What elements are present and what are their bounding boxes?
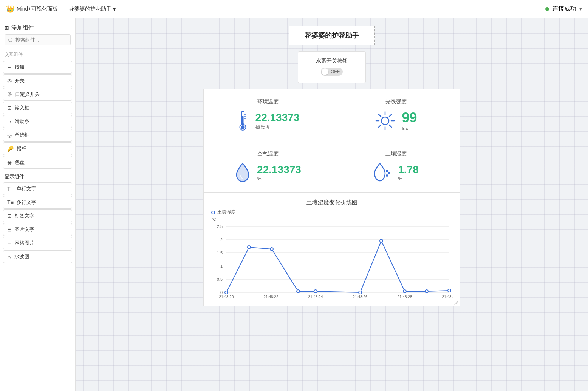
svg-rect-1 <box>242 116 243 124</box>
sidebar-item-label: 图片文字 <box>15 226 34 233</box>
env-temp-unit: 摄氏度 <box>255 124 300 131</box>
device-selector[interactable]: 花婆婆的护花助手 ▾ <box>69 6 116 12</box>
sidebar-item-label: 按钮 <box>15 64 25 71</box>
chart-legend: 土壤湿度 <box>211 209 452 216</box>
sidebar-item-input[interactable]: ⊡ 输入框 <box>3 102 72 114</box>
sidebar-item-label: 多行文字 <box>17 199 36 206</box>
sidebar-item-multi-text[interactable]: T≡ 多行文字 <box>3 196 72 209</box>
radio-icon: ◎ <box>7 132 12 138</box>
topbar-right: 连接成功 ▾ <box>545 5 582 13</box>
sidebar-search-container <box>5 34 71 45</box>
sidebar-item-label: 单选框 <box>15 132 29 139</box>
sidebar-item-label: 自定义开关 <box>15 91 40 98</box>
sidebar-item-label: 标签文字 <box>15 212 34 219</box>
interactive-section-label: 交互组件 <box>0 50 75 60</box>
legend-label: 土壤湿度 <box>217 209 235 216</box>
svg-point-38 <box>403 290 406 293</box>
sensor-value-row: 22.13373 % <box>234 162 301 183</box>
chart-svg: 2.5 2 1.5 1 0.5 0 <box>211 223 453 298</box>
sun-icon <box>374 110 396 131</box>
sidebar-item-single-text[interactable]: T— 单行文字 <box>3 182 72 195</box>
svg-point-18 <box>386 174 388 177</box>
dashboard-title-widget[interactable]: 花婆婆的护花助手 <box>289 26 375 45</box>
svg-text:21:48:30: 21:48:30 <box>442 295 453 298</box>
svg-text:0: 0 <box>220 290 223 295</box>
svg-text:2: 2 <box>220 237 223 242</box>
search-input[interactable] <box>5 34 71 45</box>
sensor-card-light: 光线强度 <box>332 89 460 142</box>
sidebar-item-switch[interactable]: ◎ 开关 <box>3 74 72 87</box>
svg-point-39 <box>425 290 428 293</box>
svg-point-31 <box>225 291 228 294</box>
svg-point-40 <box>448 289 451 292</box>
svg-text:0.5: 0.5 <box>217 277 223 282</box>
joystick-icon: 🔑 <box>7 146 14 152</box>
thermometer-icon <box>236 110 249 132</box>
toggle-state: OFF <box>331 69 340 74</box>
pump-toggle[interactable]: OFF <box>321 68 343 76</box>
custom-switch-icon: ⑧ <box>7 91 12 97</box>
wave-icon: △ <box>7 254 11 260</box>
water-drop-icon <box>234 162 251 183</box>
display-section-label: 显示组件 <box>0 169 75 182</box>
svg-text:21:48:28: 21:48:28 <box>398 295 412 298</box>
connection-chevron-icon[interactable]: ▾ <box>579 6 582 12</box>
svg-text:1: 1 <box>220 264 223 268</box>
button-icon: ⊟ <box>7 64 12 70</box>
svg-point-16 <box>386 170 388 172</box>
svg-text:21:48:24: 21:48:24 <box>308 295 323 298</box>
svg-point-37 <box>380 239 383 242</box>
svg-point-34 <box>297 290 300 293</box>
svg-point-17 <box>388 172 390 174</box>
sidebar-item-label-text[interactable]: ⊡ 标签文字 <box>3 209 72 222</box>
svg-text:21:48:26: 21:48:26 <box>353 295 368 298</box>
svg-point-7 <box>381 117 389 125</box>
slider-icon: ⊸ <box>7 119 12 125</box>
legend-dot-icon <box>211 211 215 214</box>
sidebar-item-label: 摇杆 <box>17 145 26 152</box>
image-text-icon: ⊟ <box>7 226 12 232</box>
sensor-value-row: 1.78 % <box>373 162 419 183</box>
sidebar-item-custom-switch[interactable]: ⑧ 自定义开关 <box>3 88 72 101</box>
soil-chart-widget: 土壤湿度变化折线图 土壤湿度 ℃ <box>203 192 460 306</box>
sensor-card-env-temp: 环境温度 22.13373 <box>204 89 332 142</box>
svg-text:21:48:20: 21:48:20 <box>219 295 234 298</box>
topbar-left: 👑 Mind+可视化面板 花婆婆的护花助手 ▾ <box>6 5 116 13</box>
sensor-title: 空气湿度 <box>257 151 279 157</box>
light-value: 99 <box>402 110 417 126</box>
sidebar-item-colorpicker[interactable]: ◉ 色盘 <box>3 156 72 169</box>
pump-widget[interactable]: 水泵开关按钮 OFF <box>298 51 366 83</box>
app-logo: 👑 <box>6 5 14 13</box>
sensor-card-air-humidity: 空气湿度 22.13373 % <box>204 142 332 192</box>
sidebar-item-label: 滑动条 <box>15 118 29 125</box>
svg-text:2.5: 2.5 <box>217 224 223 229</box>
chart-wrap: 2.5 2 1.5 1 0.5 0 <box>211 223 452 300</box>
sidebar-item-slider[interactable]: ⊸ 滑动条 <box>3 115 72 128</box>
sidebar-item-radio[interactable]: ◎ 单选框 <box>3 129 72 142</box>
sidebar-item-net-image[interactable]: ⊟ 网络图片 <box>3 237 72 249</box>
soil-drop-icon <box>373 162 392 183</box>
resize-handle[interactable] <box>454 300 458 304</box>
topbar: 👑 Mind+可视化面板 花婆婆的护花助手 ▾ 连接成功 ▾ <box>0 0 588 18</box>
net-image-icon: ⊟ <box>7 240 12 246</box>
sidebar-item-button[interactable]: ⊟ 按钮 <box>3 61 72 74</box>
sidebar: ⊞ 添加组件 交互组件 ⊟ 按钮 ◎ 开关 ⑧ 自定义开关 ⊡ 输入框 ⊸ 滑动… <box>0 18 76 391</box>
svg-line-13 <box>389 125 391 127</box>
multi-text-icon: T≡ <box>7 199 14 205</box>
soil-humidity-value: 1.78 <box>398 164 419 176</box>
env-temp-value: 22.13373 <box>255 112 300 124</box>
sidebar-item-wave[interactable]: △ 水波图 <box>3 250 72 263</box>
sidebar-item-joystick[interactable]: 🔑 摇杆 <box>3 142 72 155</box>
sidebar-item-label: 色盘 <box>15 159 25 166</box>
canvas-area[interactable]: 花婆婆的护花助手 水泵开关按钮 OFF 环境温度 <box>76 18 588 391</box>
sidebar-header: ⊞ 添加组件 <box>0 18 75 34</box>
app-title: Mind+可视化面板 <box>17 6 58 12</box>
sensor-value-row: 22.13373 摄氏度 <box>236 110 300 132</box>
sidebar-item-label: 网络图片 <box>15 240 34 246</box>
single-text-icon: T— <box>7 186 14 192</box>
sidebar-item-image-text[interactable]: ⊟ 图片文字 <box>3 223 72 236</box>
chart-y-label: ℃ <box>211 217 452 222</box>
device-name: 花婆婆的护花助手 <box>69 6 111 12</box>
sensor-title: 光线强度 <box>385 99 407 105</box>
svg-point-3 <box>241 125 244 129</box>
